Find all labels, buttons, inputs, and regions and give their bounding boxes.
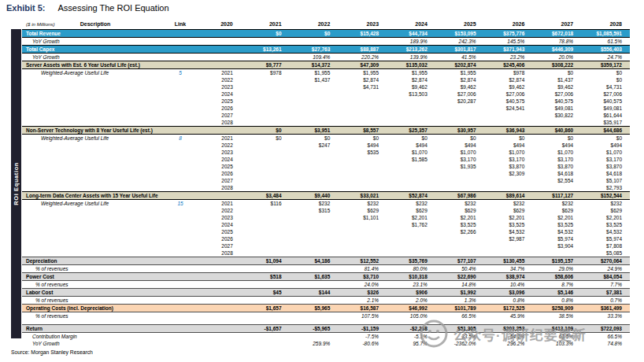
value-cell: $45 bbox=[241, 289, 290, 297]
financial-table: ($ in Millions) Description Link 2020 20… bbox=[22, 20, 630, 347]
row-label: YoY Growth bbox=[22, 54, 168, 61]
row-label: Operating Costs (incl. Depreciation) bbox=[22, 305, 168, 312]
row-label: YoY Growth bbox=[22, 38, 168, 46]
value-cell bbox=[532, 184, 581, 192]
value-cell: $116 bbox=[241, 200, 290, 208]
value-cell: $2,309 bbox=[484, 170, 533, 177]
value-cell: $315 bbox=[290, 207, 339, 214]
row-label: Weighted-Average Useful Life bbox=[22, 135, 168, 142]
value-cell bbox=[290, 333, 339, 341]
value-cell bbox=[435, 170, 484, 177]
link-cell bbox=[168, 46, 192, 54]
year-header-2023: 2023 bbox=[338, 20, 387, 30]
value-cell: $51,305 bbox=[435, 325, 484, 333]
link-cell bbox=[168, 265, 192, 273]
value-cell bbox=[192, 325, 241, 333]
value-cell: $24,541 bbox=[484, 105, 533, 112]
row-label: Weighted-Average Useful Life bbox=[22, 69, 168, 77]
value-cell bbox=[192, 265, 241, 273]
value-cell: $153,095 bbox=[435, 30, 484, 38]
row-label: Weighted-Average Useful Life bbox=[22, 200, 168, 208]
value-cell: $89,614 bbox=[484, 192, 533, 200]
value-cell: $8,557 bbox=[338, 127, 387, 135]
value-cell: $1,955 bbox=[435, 69, 484, 77]
row-label: Total Revenue bbox=[22, 30, 168, 38]
value-cell bbox=[387, 119, 435, 127]
value-cell bbox=[192, 305, 241, 312]
table-row: Depreciation$1,094$4,186$12,552$35,769$7… bbox=[22, 257, 630, 265]
link-cell bbox=[168, 98, 192, 105]
value-cell: 2028 bbox=[192, 119, 241, 127]
value-cell: $2,874 bbox=[387, 76, 435, 83]
units-label: ($ in Millions) bbox=[26, 20, 54, 29]
value-cell bbox=[192, 127, 241, 135]
link-cell bbox=[168, 242, 192, 249]
year-header-2026: 2026 bbox=[484, 20, 533, 30]
value-cell: $232 bbox=[532, 200, 581, 208]
value-cell: $2,874 bbox=[435, 76, 484, 83]
link-cell bbox=[168, 38, 192, 46]
value-cell bbox=[241, 340, 290, 347]
value-cell: $203,253 bbox=[484, 325, 533, 333]
value-cell bbox=[192, 38, 241, 46]
value-cell bbox=[241, 105, 290, 112]
table-row: 2026$24,541$49,081$49,081 bbox=[22, 105, 630, 112]
value-cell: 2023 bbox=[192, 214, 241, 221]
value-cell: 109.4% bbox=[290, 54, 339, 61]
value-cell bbox=[241, 119, 290, 127]
value-cell: 0.8% bbox=[532, 297, 581, 305]
value-cell: $38,974 bbox=[484, 273, 533, 281]
value-cell: $33,021 bbox=[338, 192, 387, 200]
link-cell bbox=[168, 297, 192, 305]
value-cell: $2,874 bbox=[338, 76, 387, 83]
value-cell: $0 bbox=[387, 135, 435, 142]
value-cell: $494 bbox=[435, 142, 484, 149]
value-cell: $9,462 bbox=[532, 83, 581, 90]
link-cell bbox=[168, 192, 192, 200]
value-cell: -2362.0% bbox=[435, 340, 484, 347]
value-cell bbox=[241, 297, 290, 305]
value-cell bbox=[290, 221, 339, 228]
table-row: 2023$1,101$2,201$2,201$2,201$2,201$2,201 bbox=[22, 214, 630, 221]
value-cell: $247 bbox=[290, 142, 339, 149]
table-row: 2022$315$629$629$629$629$629$629 bbox=[22, 207, 630, 214]
value-cell: $3,170 bbox=[532, 156, 581, 163]
value-cell: 2026 bbox=[192, 235, 241, 242]
table-row: Long-term Data Center Assets with 15 Yea… bbox=[22, 192, 630, 200]
row-label: Long-term Data Center Assets with 15 Yea… bbox=[22, 192, 168, 200]
table-row: 2026$2,309$4,618$4,618 bbox=[22, 170, 630, 177]
link-cell bbox=[168, 289, 192, 297]
link-cell bbox=[168, 281, 192, 289]
value-cell: $413,109 bbox=[532, 325, 581, 333]
value-cell bbox=[241, 177, 290, 184]
value-cell: $258,909 bbox=[532, 305, 581, 312]
value-cell bbox=[338, 228, 387, 235]
value-cell bbox=[290, 98, 339, 105]
value-cell: $27,006 bbox=[484, 90, 533, 98]
exhibit-title: Assessing The ROI Equation bbox=[58, 3, 169, 13]
value-cell bbox=[338, 184, 387, 192]
value-cell: $535 bbox=[338, 149, 387, 156]
value-cell: $0 bbox=[435, 135, 484, 142]
value-cell: $9,462 bbox=[435, 83, 484, 90]
value-cell: 107.5% bbox=[338, 312, 387, 320]
value-cell: 66.5% bbox=[581, 333, 630, 341]
table-row: YoY Growth189.9%242.3%145.5%78.8%61.5% bbox=[22, 38, 630, 46]
value-cell: $0 bbox=[241, 30, 290, 38]
value-cell: 24.7% bbox=[581, 54, 630, 61]
value-cell: 23.1% bbox=[387, 281, 435, 289]
table-row: 2023$535$1,070$1,070$1,070$1,070$1,070 bbox=[22, 149, 630, 156]
value-cell: $722,093 bbox=[581, 325, 630, 333]
value-cell: $375,776 bbox=[484, 30, 533, 38]
value-cell: 105.0% bbox=[387, 312, 435, 320]
row-label bbox=[22, 235, 168, 242]
value-cell bbox=[387, 112, 435, 119]
value-cell bbox=[290, 242, 339, 249]
value-cell bbox=[484, 242, 533, 249]
value-cell bbox=[338, 105, 387, 112]
value-cell: 2025 bbox=[192, 228, 241, 235]
value-cell: $44,734 bbox=[387, 30, 435, 38]
link-cell bbox=[168, 177, 192, 184]
value-cell: 2028 bbox=[192, 249, 241, 257]
link-cell bbox=[168, 312, 192, 320]
